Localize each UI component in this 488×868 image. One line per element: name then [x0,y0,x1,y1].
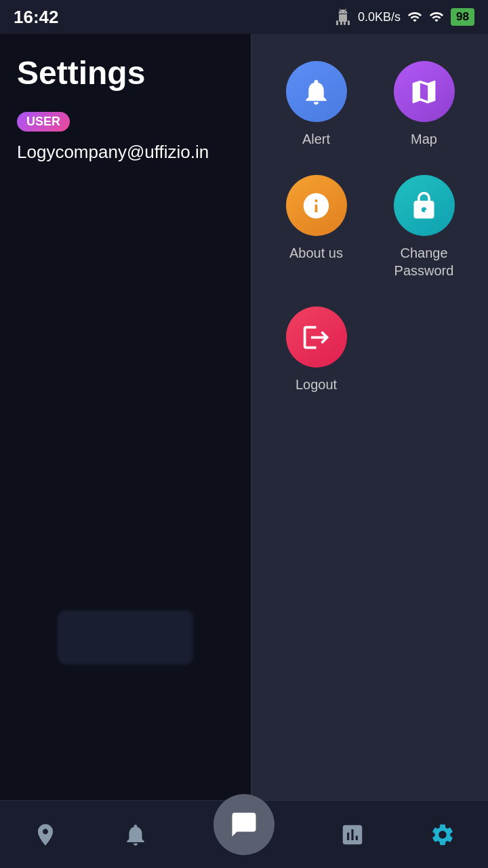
bottom-nav [0,800,488,868]
alert-icon-bg [286,61,347,122]
changepwd-icon-bg [394,175,455,236]
status-bar: 16:42 0.0KB/s 98 [0,0,488,34]
right-panel: Alert Map About us [252,34,488,800]
map-label: Map [411,130,437,148]
reports-nav-icon [340,822,365,848]
logout-label: Logout [296,376,337,393]
nav-item-alert[interactable] [123,822,148,848]
chat-nav-icon [230,810,258,839]
page-title: Settings [17,54,234,92]
map-icon-bg [394,61,455,122]
android-icon [335,9,351,25]
info-icon [301,191,331,221]
nav-item-chat[interactable] [214,794,274,855]
user-email: Logycompany@uffizio.in [17,140,234,164]
alert-label: Alert [302,130,330,148]
status-time: 16:42 [14,7,59,28]
main-layout: Settings USER Logycompany@uffizio.in Ale… [0,34,488,800]
battery-indicator: 98 [451,8,474,26]
lock-refresh-icon [409,191,439,221]
alert-bell-icon [301,77,331,107]
about-label: About us [289,244,343,262]
left-panel: Settings USER Logycompany@uffizio.in [0,34,251,800]
menu-item-map[interactable]: Map [373,54,474,155]
signal-icon [407,9,422,24]
location-nav-icon [33,822,58,848]
nav-item-settings[interactable] [430,822,455,848]
map-icon [409,77,439,107]
nav-item-location[interactable] [33,822,58,848]
menu-item-about[interactable]: About us [266,168,367,286]
menu-item-changepwd[interactable]: Change Password [373,168,474,286]
menu-item-alert[interactable]: Alert [266,54,367,155]
network-speed: 0.0KB/s [358,10,401,24]
alert-nav-icon [123,822,148,848]
logout-icon-bg [286,307,347,368]
status-right: 0.0KB/s 98 [335,8,474,26]
bg-card-hint [58,610,193,665]
user-badge: USER [17,112,70,132]
about-icon-bg [286,175,347,236]
wifi-icon [429,9,444,24]
changepwd-label: Change Password [380,244,468,279]
settings-nav-icon [430,822,455,848]
logout-icon [301,322,331,353]
menu-item-logout[interactable]: Logout [266,300,367,400]
nav-item-reports[interactable] [340,822,365,848]
menu-grid: Alert Map About us [266,54,474,400]
